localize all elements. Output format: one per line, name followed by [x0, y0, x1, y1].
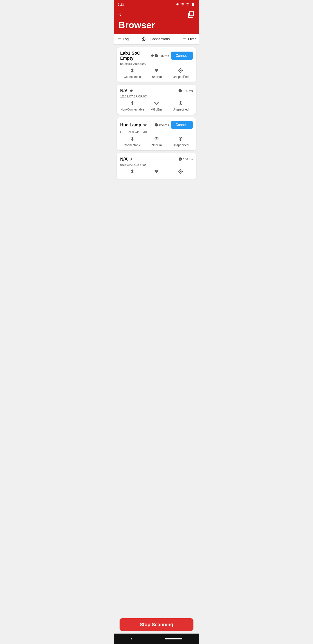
card-stats-0: Connectable -65dBm Unspecified — [120, 68, 193, 78]
device-list: Lab1 SoC Empty ★ 102ms Connect 58:8E:81:… — [114, 44, 199, 202]
card-title-group-0: Lab1 SoC Empty ★ — [120, 51, 154, 61]
mac-address-0: 58:8E:81:A5:43:9B — [120, 62, 193, 66]
wifi-stat-icon-2 — [154, 136, 159, 142]
stat-connectivity-2: Connectable — [120, 136, 144, 147]
rssi-label-2: -96dBm — [151, 144, 162, 147]
wifi-icon — [181, 2, 185, 6]
status-icons — [176, 2, 195, 6]
card-header-1: N/A ★ 102ms — [120, 88, 193, 93]
bluetooth-icon-2 — [130, 136, 135, 142]
stat-connectivity-0: Connectable — [120, 68, 144, 78]
card-title-group-1: N/A ★ — [120, 88, 178, 93]
connections-tab[interactable]: 0 Connections — [141, 37, 170, 41]
clock-icon-3 — [178, 157, 182, 161]
radar-icon-0 — [178, 68, 183, 74]
card-header-2: Hue Lamp ★ 854ms Connect — [120, 121, 193, 129]
card-stats-2: Connectable -96dBm Unspecified — [120, 136, 193, 147]
filter-tab[interactable]: Filter — [182, 37, 196, 41]
log-icon — [117, 37, 121, 41]
advert-label-0: Unspecified — [173, 75, 189, 78]
device-card-2: Hue Lamp ★ 854ms Connect CD:B2:E8:74:8B:… — [117, 117, 196, 150]
card-title-group-2: Hue Lamp ★ — [120, 122, 154, 128]
header: ‹ Browser — [114, 9, 199, 34]
signal-icon — [186, 2, 189, 6]
clock-icon-2 — [154, 123, 158, 127]
stat-connectivity-1: Non-Connectable — [120, 101, 144, 111]
device-card-1: N/A ★ 102ms 1E:09:C7:3F:CF:6C — [117, 85, 196, 115]
filter-label: Filter — [188, 37, 196, 41]
time-badge-3: 101ms — [178, 157, 193, 161]
star-icon-2[interactable]: ★ — [143, 122, 147, 128]
wifi-stat-icon-0 — [154, 68, 159, 74]
card-meta-2: 854ms Connect — [154, 121, 193, 129]
stat-rssi-2: -96dBm — [144, 136, 168, 147]
radar-icon-3 — [178, 169, 183, 175]
card-meta-0: 102ms Connect — [154, 52, 193, 60]
card-title-group-3: N/A ★ — [120, 156, 178, 162]
clock-icon-0 — [154, 54, 158, 58]
bluetooth-icon-1 — [130, 101, 135, 107]
stat-advert-2: Unspecified — [169, 136, 193, 147]
nav-home-pill[interactable] — [165, 638, 182, 640]
connections-icon — [141, 37, 146, 41]
status-time: 9:23 — [118, 2, 124, 6]
device-card-3: N/A ★ 101ms 0B:39:A2:81:8B:90 — [117, 153, 196, 180]
layers-icon[interactable] — [188, 10, 195, 18]
card-stats-1: Non-Connectable -98dBm Unspecified — [120, 101, 193, 111]
toolbar-divider-1 — [135, 36, 135, 42]
bluetooth-icon-0 — [130, 68, 135, 74]
star-icon-0[interactable]: ★ — [150, 53, 154, 58]
connectivity-label-2: Connectable — [124, 144, 141, 147]
battery-icon — [191, 2, 195, 6]
device-card-0: Lab1 SoC Empty ★ 102ms Connect 58:8E:81:… — [117, 47, 196, 82]
mac-address-3: 0B:39:A2:81:8B:90 — [120, 163, 193, 166]
connections-label: 0 Connections — [147, 37, 170, 41]
advert-label-2: Unspecified — [173, 144, 189, 147]
device-name-2: Hue Lamp — [120, 122, 141, 128]
star-icon-3[interactable]: ★ — [129, 156, 133, 162]
rssi-label-0: -65dBm — [151, 75, 162, 78]
log-tab[interactable]: Log — [117, 37, 129, 41]
back-button[interactable]: ‹ — [118, 10, 123, 18]
card-header-0: Lab1 SoC Empty ★ 102ms Connect — [120, 51, 193, 61]
rssi-label-1: -98dBm — [151, 108, 162, 111]
card-stats-3 — [120, 169, 193, 176]
time-badge-1: 102ms — [178, 89, 193, 93]
clock-icon-1 — [178, 89, 182, 93]
time-value-3: 101ms — [183, 157, 193, 161]
mac-address-2: CD:B2:E8:74:8B:40 — [120, 130, 193, 134]
stat-rssi-0: -65dBm — [144, 68, 168, 78]
time-value-0: 102ms — [159, 54, 169, 58]
page-title: Browser — [118, 20, 195, 30]
card-header-3: N/A ★ 101ms — [120, 156, 193, 162]
advert-label-1: Unspecified — [173, 108, 189, 111]
stat-advert-3 — [169, 169, 193, 176]
time-value-1: 102ms — [183, 89, 193, 93]
star-icon-1[interactable]: ★ — [129, 88, 133, 93]
filter-icon — [182, 37, 187, 41]
nav-back-button[interactable]: ‹ — [131, 636, 132, 642]
stat-connectivity-3 — [120, 169, 144, 176]
connect-button-0[interactable]: Connect — [171, 52, 193, 60]
radar-icon-1 — [178, 101, 183, 107]
connect-button-2[interactable]: Connect — [171, 121, 193, 129]
device-name-3: N/A — [120, 157, 128, 162]
connectivity-label-0: Connectable — [124, 75, 141, 78]
status-bar: 9:23 — [114, 0, 199, 9]
time-value-2: 854ms — [159, 123, 169, 127]
toolbar: Log 0 Connections Filter — [114, 34, 199, 44]
stop-scan-button[interactable]: Stop Scanning — [120, 618, 193, 631]
mac-address-1: 1E:09:C7:3F:CF:6C — [120, 95, 193, 98]
header-top: ‹ — [118, 10, 195, 18]
stop-scan-container: Stop Scanning — [114, 616, 199, 633]
card-meta-1: 102ms — [178, 89, 193, 93]
toolbar-divider-2 — [176, 36, 176, 42]
log-label: Log — [123, 37, 129, 41]
bluetooth-icon-3 — [130, 169, 135, 175]
stat-rssi-3 — [144, 169, 168, 176]
stat-advert-0: Unspecified — [169, 68, 193, 78]
device-name-1: N/A — [120, 88, 128, 93]
time-badge-0: 102ms — [154, 54, 169, 58]
nav-bar: ‹ — [114, 634, 199, 644]
vibrate-icon — [176, 2, 179, 6]
